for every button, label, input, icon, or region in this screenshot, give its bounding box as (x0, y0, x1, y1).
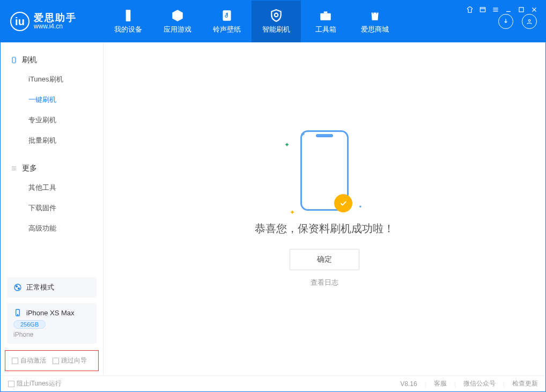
body: 刷机 iTunes刷机 一键刷机 专业刷机 批量刷机 更多 其他工具 下载固件 … (1, 42, 545, 375)
checkbox-skip-guide[interactable]: 跳过向导 (53, 356, 87, 365)
svg-rect-6 (480, 8, 485, 12)
cube-icon (171, 9, 185, 23)
sidebar-item-pro-flash[interactable]: 专业刷机 (1, 110, 103, 130)
device-name: iPhone XS Max (26, 309, 75, 317)
success-message: 恭喜您，保资料刷机成功啦！ (255, 221, 394, 236)
success-illustration: ✦✦✦• (300, 130, 349, 221)
main-panel: ✦✦✦• 恭喜您，保资料刷机成功啦！ 确定 查看日志 (104, 42, 545, 375)
sidebar-title-more: 更多 (1, 159, 103, 177)
options-highlight-box: 自动激活 跳过向导 (5, 350, 99, 371)
svg-rect-3 (320, 13, 331, 20)
svg-point-5 (528, 20, 530, 22)
view-log-link[interactable]: 查看日志 (311, 278, 338, 287)
sidebar-section-more: 更多 其他工具 下载固件 高级功能 (1, 151, 103, 239)
window-controls (466, 6, 538, 13)
shield-icon (269, 9, 283, 23)
nav-store[interactable]: 爱思商城 (350, 1, 400, 42)
svg-point-13 (17, 314, 18, 315)
nav: 我的设备 应用游戏 铃声壁纸 智能刷机 工具箱 爱思商城 (104, 1, 498, 42)
checkmark-badge-icon (334, 194, 352, 212)
header: iu 爱思助手 www.i4.cn 我的设备 应用游戏 铃声壁纸 智能刷机 (1, 1, 545, 42)
shirt-icon[interactable] (466, 6, 474, 13)
app-window: iu 爱思助手 www.i4.cn 我的设备 应用游戏 铃声壁纸 智能刷机 (0, 0, 546, 392)
device-card[interactable]: iPhone XS Max 256GB iPhone (7, 303, 97, 344)
nav-my-device[interactable]: 我的设备 (104, 1, 153, 42)
close-icon[interactable] (530, 6, 538, 13)
sidebar-item-other-tools[interactable]: 其他工具 (1, 177, 103, 198)
checkbox-block-itunes[interactable]: 阻止iTunes运行 (8, 379, 62, 388)
svg-rect-4 (324, 11, 328, 13)
nav-toolbox[interactable]: 工具箱 (301, 1, 350, 42)
sidebar-title-flash: 刷机 (1, 51, 103, 69)
device-icon (13, 308, 22, 317)
footer-link-support[interactable]: 客服 (434, 379, 447, 388)
sidebar-item-advanced[interactable]: 高级功能 (1, 218, 103, 239)
menu-icon[interactable] (492, 6, 499, 13)
phone-illustration-icon (300, 130, 349, 211)
nav-apps-games[interactable]: 应用游戏 (153, 1, 202, 42)
sidebar: 刷机 iTunes刷机 一键刷机 专业刷机 批量刷机 更多 其他工具 下载固件 … (1, 42, 104, 375)
svg-point-11 (18, 288, 20, 290)
svg-rect-8 (12, 57, 16, 63)
toolbox-icon (319, 9, 333, 23)
shop-icon (368, 9, 382, 23)
brand-name: 爱思助手 (34, 13, 77, 23)
minimize-icon[interactable] (505, 6, 512, 13)
footer-link-update[interactable]: 检查更新 (512, 379, 538, 388)
sidebar-item-itunes-flash[interactable]: iTunes刷机 (1, 69, 103, 90)
sidebar-status-area: 正常模式 iPhone XS Max 256GB iPhone (7, 277, 97, 344)
device-capacity: 256GB (13, 320, 46, 329)
footer-link-wechat[interactable]: 微信公众号 (463, 379, 496, 388)
device-type: iPhone (13, 331, 90, 338)
svg-point-10 (16, 286, 18, 287)
checkbox-auto-activate[interactable]: 自动激活 (12, 356, 46, 365)
sidebar-item-download-firmware[interactable]: 下载固件 (1, 198, 103, 218)
phone-icon (10, 56, 18, 64)
ok-button[interactable]: 确定 (290, 249, 359, 270)
device-icon (121, 9, 135, 23)
svg-point-9 (14, 284, 21, 291)
svg-rect-7 (519, 8, 523, 12)
logo-icon: iu (10, 12, 29, 31)
nav-ringtones[interactable]: 铃声壁纸 (202, 1, 252, 42)
music-icon (220, 9, 234, 23)
download-button[interactable] (498, 14, 513, 29)
lines-icon (10, 165, 18, 172)
mode-icon (13, 283, 22, 292)
sidebar-item-oneclick-flash[interactable]: 一键刷机 (1, 90, 103, 110)
svg-rect-0 (126, 10, 131, 21)
logo-area: iu 爱思助手 www.i4.cn (1, 1, 104, 42)
version-label: V8.16 (400, 380, 417, 388)
sidebar-section-flash: 刷机 iTunes刷机 一键刷机 专业刷机 批量刷机 (1, 42, 103, 151)
svg-point-2 (275, 13, 278, 17)
list-icon[interactable] (479, 6, 486, 13)
mode-status[interactable]: 正常模式 (7, 277, 97, 298)
nav-flash[interactable]: 智能刷机 (252, 1, 301, 42)
footer: 阻止iTunes运行 V8.16 | 客服 | 微信公众号 | 检查更新 (1, 375, 545, 391)
user-button[interactable] (522, 14, 537, 29)
maximize-icon[interactable] (518, 6, 525, 13)
sidebar-item-batch-flash[interactable]: 批量刷机 (1, 130, 103, 151)
svg-rect-1 (223, 10, 231, 21)
brand-domain: www.i4.cn (34, 23, 77, 30)
